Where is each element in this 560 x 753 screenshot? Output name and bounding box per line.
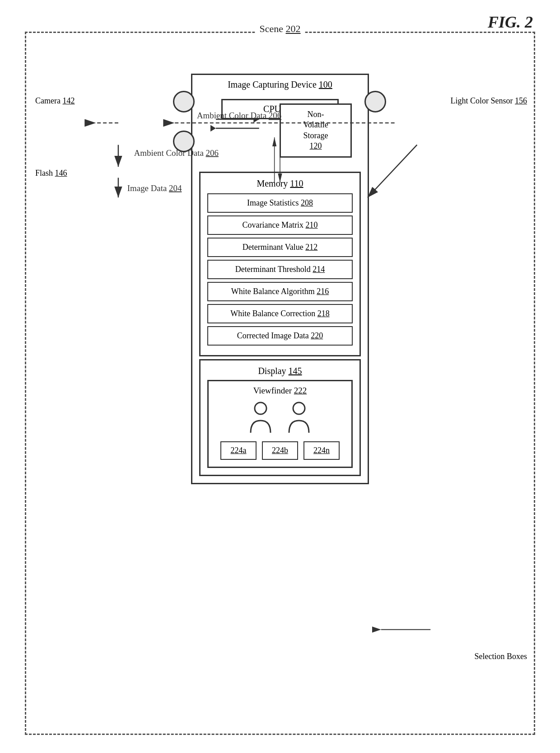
svg-point-10 <box>255 402 266 414</box>
flash-label: Flash 146 <box>35 168 67 178</box>
svg-line-22 <box>368 145 417 198</box>
memory-item-1: Covariance Matrix 210 <box>207 215 353 235</box>
memory-item-4: White Balance Algorithm 216 <box>207 282 353 301</box>
selection-box-2: 224n <box>303 441 340 460</box>
memory-item-6: Corrected Image Data 220 <box>207 326 353 346</box>
nvs-box: Non-VolatileStorage120 <box>280 103 352 158</box>
camera-label: Camera 142 <box>35 96 75 106</box>
icd-inner: CPU 104 Non-VolatileStorage120 Memory 11… <box>199 94 361 476</box>
camera-circle <box>173 91 195 112</box>
person-icon-2 <box>285 400 314 436</box>
flash-circle <box>173 131 195 152</box>
display-label: Display 145 <box>207 366 353 376</box>
viewfinder-label: Viewfinder 222 <box>215 386 345 396</box>
viewfinder-box: Viewfinder 222 <box>207 380 353 468</box>
cpu-row: CPU 104 Non-VolatileStorage120 <box>199 99 361 119</box>
selection-box-0: 224a <box>220 441 257 460</box>
light-sensor-circle <box>364 91 386 112</box>
selection-box-1: 224b <box>262 441 298 460</box>
icd-label: Image Capturing Device 100 <box>228 80 332 90</box>
fig-label: FIG. 2 <box>488 13 533 32</box>
memory-item-3: Determinant Threshold 214 <box>207 260 353 279</box>
display-box: Display 145 Viewfinder 222 <box>199 359 361 476</box>
svg-point-11 <box>293 402 305 414</box>
svg-text:Image Data 204: Image Data 204 <box>127 183 182 193</box>
icd-box: Image Capturing Device 100 <box>191 74 369 484</box>
memory-item-0: Image Statistics 208 <box>207 193 353 213</box>
memory-items-container: Image Statistics 208Covariance Matrix 21… <box>207 193 353 346</box>
memory-box: Memory 110 Image Statistics 208Covarianc… <box>199 172 361 356</box>
scene-container: Scene 202 Image Capturing Device 100 <box>25 32 535 735</box>
scene-label: Scene 202 <box>255 23 305 35</box>
selection-boxes-row: 224a224b224n <box>215 441 345 460</box>
memory-label: Memory 110 <box>207 178 353 189</box>
nvs-area: Non-VolatileStorage120 <box>280 103 352 158</box>
memory-item-2: Determinant Value 212 <box>207 238 353 257</box>
memory-item-5: White Balance Correction 218 <box>207 304 353 323</box>
figures-area <box>215 400 345 436</box>
lcs-label: Light Color Sensor 156 <box>451 96 527 106</box>
selection-boxes-label: Selection Boxes <box>475 652 527 661</box>
person-icon-1 <box>246 400 275 436</box>
